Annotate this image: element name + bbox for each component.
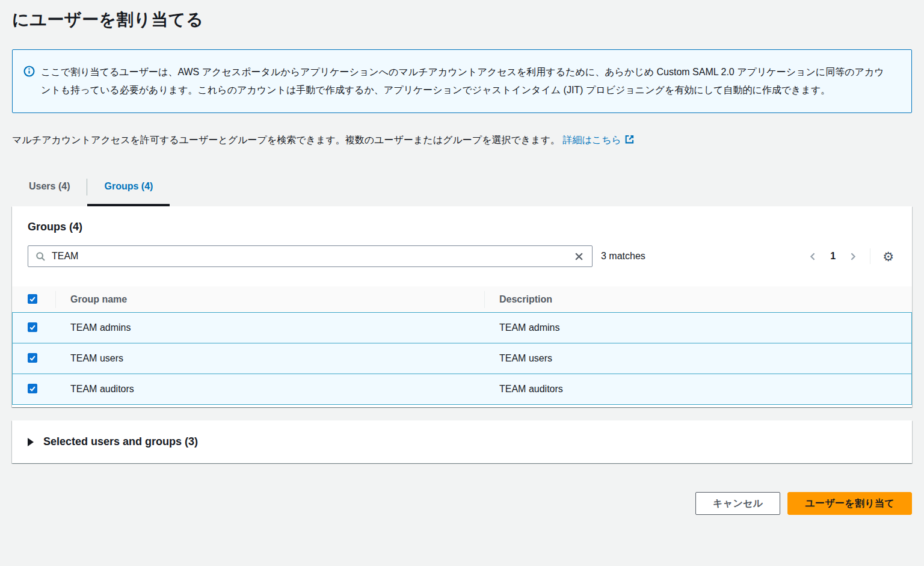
clear-x-icon bbox=[574, 252, 584, 261]
caret-right-icon bbox=[28, 438, 34, 446]
row-checkbox-cell bbox=[13, 353, 56, 364]
checkmark-icon bbox=[29, 354, 36, 361]
row-checkbox[interactable] bbox=[28, 322, 37, 332]
search-input[interactable] bbox=[52, 251, 566, 262]
description-cell: TEAM users bbox=[485, 353, 911, 364]
table-row[interactable]: TEAM auditors TEAM auditors bbox=[12, 374, 912, 405]
groups-panel: Groups (4) 3 matches bbox=[12, 206, 912, 407]
current-page-number: 1 bbox=[830, 251, 836, 262]
column-header-group-name[interactable]: Group name bbox=[55, 291, 484, 308]
selected-users-expander[interactable]: Selected users and groups (3) bbox=[12, 420, 912, 463]
table-toolbar: 3 matches 1 ⚙ bbox=[28, 245, 896, 267]
assign-users-button[interactable]: ユーザーを割り当て bbox=[787, 492, 912, 515]
table-header-row: Group name Description bbox=[12, 286, 912, 313]
pagination: 1 ⚙ bbox=[805, 248, 896, 264]
search-box[interactable] bbox=[28, 245, 593, 267]
info-circle-icon bbox=[23, 66, 35, 79]
row-checkbox[interactable] bbox=[28, 353, 37, 363]
chevron-right-icon bbox=[848, 251, 858, 262]
row-checkbox-cell bbox=[13, 384, 56, 395]
settings-button[interactable]: ⚙ bbox=[880, 249, 896, 264]
footer-actions: キャンセル ユーザーを割り当て bbox=[12, 492, 912, 515]
info-alert: ここで割り当てるユーザーは、AWS アクセスポータルからアプリケーションへのマル… bbox=[12, 49, 912, 113]
clear-search-button[interactable] bbox=[572, 250, 586, 263]
external-link-icon bbox=[624, 134, 635, 144]
row-checkbox-cell bbox=[13, 322, 56, 333]
intro-text: マルチアカウントアクセスを許可するユーザーとグループを検索できます。複数のユーザ… bbox=[12, 134, 912, 146]
search-icon bbox=[35, 251, 46, 262]
table-row[interactable]: TEAM admins TEAM admins bbox=[12, 312, 912, 343]
learn-more-link[interactable]: 詳細はこちら bbox=[562, 135, 635, 145]
info-alert-text: ここで割り当てるユーザーは、AWS アクセスポータルからアプリケーションへのマル… bbox=[41, 63, 887, 99]
row-checkbox[interactable] bbox=[28, 384, 37, 393]
tab-list: Users (4) Groups (4) bbox=[12, 175, 912, 206]
group-name-cell: TEAM users bbox=[56, 353, 485, 364]
header-checkbox-cell bbox=[12, 291, 55, 308]
column-header-description[interactable]: Description bbox=[484, 291, 912, 308]
groups-panel-header: Groups (4) 3 matches bbox=[12, 206, 912, 267]
cancel-button[interactable]: キャンセル bbox=[695, 492, 780, 515]
panel-title: Groups (4) bbox=[28, 221, 896, 233]
expander-label: Selected users and groups (3) bbox=[43, 435, 198, 448]
checkmark-icon bbox=[29, 385, 36, 392]
learn-more-link-label: 詳細はこちら bbox=[562, 135, 621, 145]
description-cell: TEAM auditors bbox=[485, 384, 911, 395]
checkmark-icon bbox=[29, 295, 36, 303]
intro-text-body: マルチアカウントアクセスを許可するユーザーとグループを検索できます。複数のユーザ… bbox=[12, 135, 560, 145]
tab-users[interactable]: Users (4) bbox=[12, 175, 87, 206]
assign-users-page: にユーザーを割り当てる ここで割り当てるユーザーは、AWS アクセスポータルから… bbox=[0, 0, 924, 529]
page-title: にユーザーを割り当てる bbox=[12, 8, 912, 31]
tab-groups[interactable]: Groups (4) bbox=[87, 175, 170, 206]
checkmark-icon bbox=[29, 324, 36, 331]
previous-page-button[interactable] bbox=[805, 249, 821, 264]
groups-table: Group name Description TEAM admins TEAM … bbox=[12, 286, 912, 405]
group-name-cell: TEAM auditors bbox=[56, 384, 485, 395]
select-all-checkbox[interactable] bbox=[28, 294, 37, 304]
description-cell: TEAM admins bbox=[485, 322, 911, 333]
group-name-cell: TEAM admins bbox=[56, 322, 485, 333]
match-count: 3 matches bbox=[601, 251, 645, 262]
gear-icon: ⚙ bbox=[882, 250, 894, 263]
chevron-left-icon bbox=[808, 251, 818, 262]
toolbar-divider bbox=[870, 248, 870, 264]
next-page-button[interactable] bbox=[845, 249, 860, 264]
table-row[interactable]: TEAM users TEAM users bbox=[12, 343, 912, 374]
